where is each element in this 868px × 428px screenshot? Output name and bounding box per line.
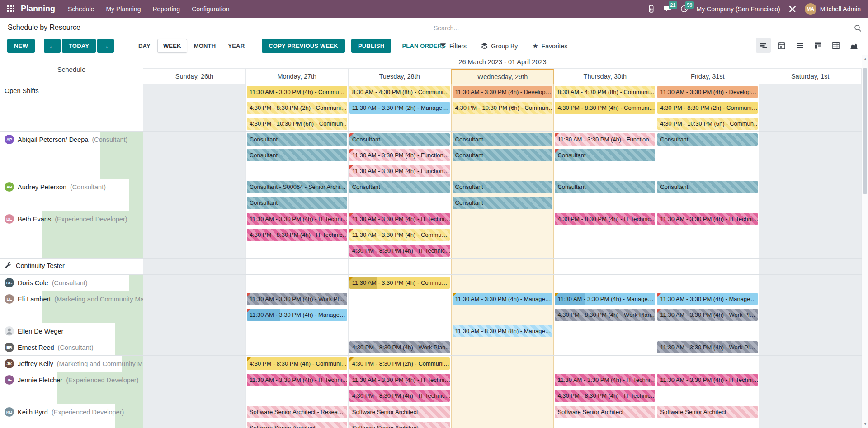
shift-chip[interactable]: 11:30 AM - 3:30 PM (4h) - Function…	[349, 149, 450, 161]
gantt-cell[interactable]: 11:30 AM - 3:30 PM (4h) - Manage…4:30 PM…	[554, 291, 656, 323]
gantt-cell[interactable]: 11:30 AM - 3:30 PM (4h) - IT Techni…4:30…	[349, 372, 451, 404]
gantt-cell[interactable]	[451, 259, 554, 274]
shift-chip[interactable]: Software Senior Architect	[247, 422, 347, 428]
shift-chip[interactable]: 4:30 PM - 10:30 PM (6h) - Commun…	[247, 118, 347, 130]
resource-row-label[interactable]: ERErnest Reed(Consultant)	[0, 339, 143, 355]
gantt-cell[interactable]	[143, 372, 246, 404]
scale-month-button[interactable]: MONTH	[189, 39, 222, 53]
shift-chip[interactable]: 11:30 AM - 3:30 PM (4h) - Work Pl…	[247, 293, 347, 305]
shift-chip[interactable]: 11:30 AM - 3:30 PM (2h) - Manage…	[349, 102, 450, 114]
resource-row-label[interactable]: KBKeith Byrd(Experienced Developer)	[0, 404, 143, 428]
shift-chip[interactable]: Consultant	[453, 197, 553, 209]
gantt-cell[interactable]	[759, 132, 862, 179]
group-by-dropdown[interactable]: Group By	[481, 42, 518, 50]
shift-chip[interactable]: 4:30 PM - 8:30 PM (2h) - Communi…	[247, 102, 347, 114]
resource-row-label[interactable]: BEBeth Evans(Experienced Developer)	[0, 211, 143, 258]
gantt-cell[interactable]	[451, 339, 554, 355]
shift-chip[interactable]: 11:30 AM - 3:30 PM (4h) - Manage…	[453, 293, 553, 305]
scale-day-button[interactable]: DAY	[133, 39, 156, 53]
gantt-cell[interactable]	[349, 323, 451, 339]
next-week-button[interactable]: →	[97, 39, 114, 53]
gantt-cell[interactable]: 11:30 AM - 3:30 PM (4h) - IT Techni…4:30…	[246, 211, 349, 258]
scale-year-button[interactable]: YEAR	[222, 39, 250, 53]
graph-view-icon[interactable]	[846, 38, 861, 53]
shift-chip[interactable]: Software Senior Architect	[657, 406, 758, 418]
shift-chip[interactable]: 4:30 PM - 8:30 PM (4h) - IT Technic…	[555, 213, 655, 225]
gantt-cell[interactable]	[349, 259, 451, 274]
resource-row-label[interactable]: Ellen De Weger	[0, 323, 143, 339]
resource-row-label[interactable]: Continuity Tester	[0, 259, 143, 274]
gantt-cell[interactable]: 11:30 AM - 3:30 PM (4h) - IT Techni…	[656, 372, 759, 404]
gantt-cell[interactable]	[246, 323, 349, 339]
shift-chip[interactable]: Consultant	[247, 133, 347, 146]
shift-chip[interactable]: Consultant - S00064 - Senior Archi…	[247, 181, 347, 193]
shift-chip[interactable]: Software Senior Architect	[349, 406, 450, 418]
shift-chip[interactable]: Consultant	[349, 133, 450, 146]
gantt-cell[interactable]: Consultant11:30 AM - 3:30 PM (4h) - Func…	[349, 132, 451, 179]
shift-chip[interactable]: 4:30 PM - 8:30 PM (4h) - Work Plan…	[555, 309, 655, 321]
gantt-cell[interactable]	[656, 259, 759, 274]
gantt-cell[interactable]	[759, 84, 862, 131]
shift-chip[interactable]: Consultant	[555, 149, 655, 161]
shift-chip[interactable]: 11:30 AM - 3:30 PM (4h) - IT Techni…	[247, 213, 347, 225]
mobile-app-icon[interactable]	[647, 5, 655, 13]
shift-chip[interactable]: 11:30 AM - 8:30 PM (8h) - Manage…	[453, 325, 553, 337]
apps-menu-icon[interactable]	[7, 5, 15, 13]
gantt-cell[interactable]	[554, 339, 656, 355]
shift-chip[interactable]: 11:30 AM - 3:30 PM (4h) - Work Pl…	[657, 341, 758, 353]
shift-chip[interactable]: Consultant	[555, 181, 655, 193]
gantt-cell[interactable]	[451, 356, 554, 372]
gantt-cell[interactable]: 11:30 AM - 3:30 PM (4h) - Manage…	[451, 291, 554, 323]
gantt-cell[interactable]: Consultant - S00064 - Senior Archi…Consu…	[246, 179, 349, 211]
gantt-cell[interactable]	[759, 339, 862, 355]
search-bar[interactable]	[434, 22, 862, 34]
menu-reporting[interactable]: Reporting	[152, 5, 180, 13]
user-menu[interactable]: Mitchell Admin	[820, 5, 861, 13]
shift-chip[interactable]: 11:30 AM - 3:30 PM (4h) - IT Techni…	[349, 374, 450, 386]
gantt-cell[interactable]: 11:30 AM - 3:30 PM (4h) - IT Techni…4:30…	[554, 372, 656, 404]
shift-chip[interactable]: 8:30 AM - 4:30 PM (8h) - Communi…	[349, 86, 450, 98]
menu-my-planning[interactable]: My Planning	[106, 5, 141, 13]
gantt-cell[interactable]	[759, 211, 862, 258]
gantt-cell[interactable]	[759, 179, 862, 211]
gantt-cell[interactable]	[759, 259, 862, 274]
gantt-cell[interactable]: 4:30 PM - 8:30 PM (2h) - Communi…	[349, 356, 451, 372]
list-view-icon[interactable]	[792, 38, 807, 53]
gantt-cell[interactable]: Software Senior Architect	[554, 404, 656, 428]
resource-row-label[interactable]: ELEli Lambert(Marketing and Community Ma…	[0, 291, 143, 323]
shift-chip[interactable]: 4:30 PM - 8:30 PM (4h) - IT Technic…	[247, 229, 347, 241]
shift-chip[interactable]: 11:30 AM - 3:30 PM (4h) - IT Techni…	[555, 374, 655, 386]
gantt-cell[interactable]: Consultant	[656, 179, 759, 211]
shift-chip[interactable]: 4:30 PM - 8:30 PM (4h) - IT Technic…	[349, 245, 450, 257]
gantt-view-icon[interactable]	[756, 38, 771, 53]
shift-chip[interactable]: 4:30 PM - 8:30 PM (4h) - Communi…	[247, 357, 347, 370]
gantt-cell[interactable]: 11:30 AM - 3:30 PM (4h) - Work Pl…11:30 …	[246, 291, 349, 323]
search-icon[interactable]	[854, 24, 862, 32]
gantt-cell[interactable]: 11:30 AM - 3:30 PM (4h) - Manage…11:30 A…	[656, 291, 759, 323]
resource-row-label[interactable]: Open Shifts	[0, 84, 143, 131]
shift-chip[interactable]: Consultant	[453, 149, 553, 161]
shift-chip[interactable]: 4:30 PM - 8:30 PM (4h) - IT Technic…	[555, 390, 655, 402]
gantt-cell[interactable]: 4:30 PM - 8:30 PM (4h) - Communi…	[246, 356, 349, 372]
prev-week-button[interactable]: ←	[44, 39, 61, 53]
gantt-cell[interactable]	[143, 84, 246, 131]
gantt-cell[interactable]: 11:30 AM - 3:30 PM (4h) - IT Techni…	[246, 372, 349, 404]
resource-row-label[interactable]: APAudrey Peterson(Consultant)	[0, 179, 143, 211]
menu-schedule[interactable]: Schedule	[68, 5, 94, 13]
gantt-cell[interactable]: 11:30 AM - 8:30 PM (8h) - Manage…	[451, 323, 554, 339]
shift-chip[interactable]: 11:30 AM - 3:30 PM (4h) - IT Techni…	[247, 374, 347, 386]
gantt-cell[interactable]	[451, 372, 554, 404]
gantt-cell[interactable]: Consultant	[656, 132, 759, 179]
debug-tools-icon[interactable]	[789, 5, 796, 13]
shift-chip[interactable]: Software Senior Architect	[349, 422, 450, 428]
shift-chip[interactable]: 4:30 PM - 10:30 PM (6h) - Commun…	[657, 118, 758, 130]
gantt-cell[interactable]	[143, 259, 246, 274]
shift-chip[interactable]: 4:30 PM - 10:30 PM (6h) - Commun…	[453, 102, 553, 114]
gantt-cell[interactable]	[246, 339, 349, 355]
publish-button[interactable]: PUBLISH	[351, 39, 391, 53]
gantt-cell[interactable]	[143, 275, 246, 291]
shift-chip[interactable]: Software Senior Architect - Resea…	[247, 406, 347, 418]
gantt-cell[interactable]: Software Senior ArchitectSoftware Senior…	[349, 404, 451, 428]
gantt-cell[interactable]	[349, 291, 451, 323]
messages-icon[interactable]: 21	[664, 5, 672, 13]
